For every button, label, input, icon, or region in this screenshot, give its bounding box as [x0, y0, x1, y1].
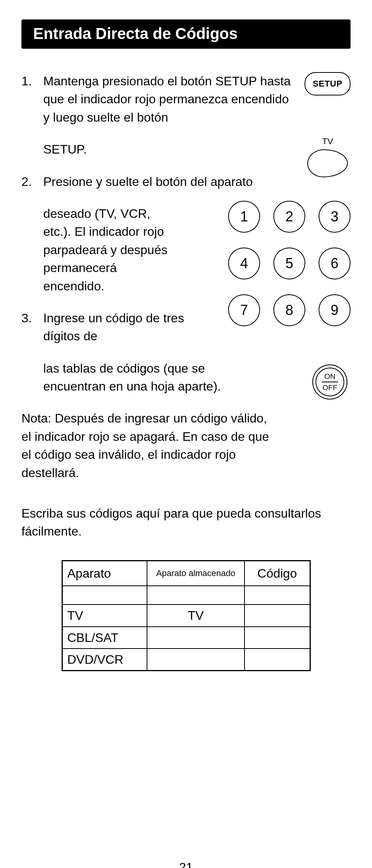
- key-6: 6: [319, 247, 351, 279]
- table-row: [62, 586, 310, 605]
- table-header-codigo: Código: [244, 560, 310, 586]
- setup-button-illustration: SETUP: [305, 72, 351, 95]
- key-7: 7: [228, 294, 260, 326]
- manual-page: Entrada Directa de Códigos SETUP TV 1 2 …: [0, 0, 372, 868]
- step-3-continued: las tablas de códigos (que se encuentran…: [21, 359, 240, 396]
- on-off-button-illustration: ON OFF: [312, 364, 347, 400]
- step-2: 2. Presione y suelte el botón del aparat…: [21, 173, 351, 191]
- page-number: 21: [21, 858, 351, 868]
- table-header-aparato: Aparato: [62, 560, 147, 586]
- cell-aparato: TV: [62, 605, 147, 626]
- key-1: 1: [228, 201, 260, 233]
- tv-label: TV: [305, 135, 351, 148]
- key-9: 9: [319, 294, 351, 326]
- table-row: DVD/VCR: [62, 649, 310, 671]
- cell-almacenado: [147, 586, 244, 605]
- tv-button-illustration: TV: [305, 135, 351, 177]
- step-1-number: 1.: [21, 72, 43, 90]
- note-text: Nota: Después de ingresar un código váli…: [21, 409, 271, 482]
- number-keypad-illustration: 1 2 3 4 5 6 7 8 9: [228, 201, 351, 326]
- step-1-continued: SETUP.: [21, 140, 351, 158]
- write-codes-instruction: Escriba sus códigos aquí para que pueda …: [21, 504, 351, 541]
- step-2-number: 2.: [21, 173, 43, 191]
- step-2-text-a: Presione y suelte el botón del aparato: [43, 173, 293, 191]
- cell-aparato: [62, 586, 147, 605]
- section-title: Entrada Directa de Códigos: [21, 19, 351, 49]
- table-row: TV TV: [62, 605, 310, 626]
- cell-almacenado: TV: [147, 605, 244, 626]
- cell-aparato: DVD/VCR: [62, 649, 147, 671]
- table-row: CBL/SAT: [62, 627, 310, 649]
- step-2-continued: deseado (TV, VCR, etc.). El indicador ro…: [21, 205, 170, 295]
- cell-almacenado: [147, 649, 244, 671]
- cell-codigo[interactable]: [244, 605, 310, 626]
- cell-codigo[interactable]: [244, 627, 310, 649]
- key-8: 8: [273, 294, 305, 326]
- tv-shape-icon: [307, 149, 348, 177]
- step-3-text-a: Ingrese un código de tres dígitos de: [43, 309, 191, 345]
- on-label: ON: [324, 373, 336, 380]
- divider-icon: [322, 382, 338, 382]
- table-header-aparato-almacenado: Aparato almacenado: [147, 560, 244, 586]
- step-1-text-a: Mantenga presionado el botón SETUP hasta…: [43, 72, 293, 126]
- setup-icon: SETUP: [305, 72, 351, 95]
- codes-table: Aparato Aparato almacenado Código TV TV: [62, 560, 311, 672]
- key-3: 3: [319, 201, 351, 233]
- key-4: 4: [228, 247, 260, 279]
- cell-codigo[interactable]: [244, 649, 310, 671]
- step-1: 1. Mantenga presionado el botón SETUP ha…: [21, 72, 351, 126]
- key-5: 5: [273, 247, 305, 279]
- off-label: OFF: [322, 384, 337, 391]
- key-2: 2: [273, 201, 305, 233]
- cell-aparato: CBL/SAT: [62, 627, 147, 649]
- content-area: SETUP TV 1 2 3 4 5 6 7 8 9 ON OFF: [21, 72, 351, 868]
- cell-codigo[interactable]: [244, 586, 310, 605]
- cell-almacenado: [147, 627, 244, 649]
- step-3-number: 3.: [21, 309, 43, 327]
